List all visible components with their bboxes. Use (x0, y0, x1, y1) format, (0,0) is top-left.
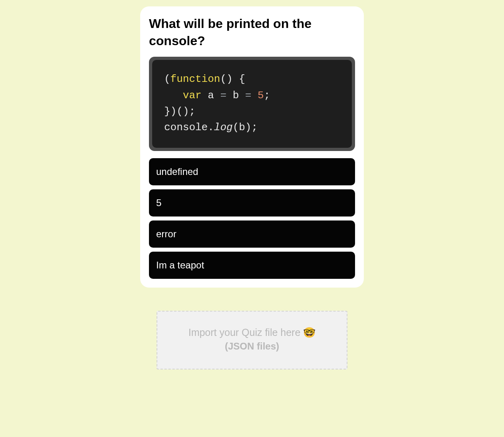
answer-option[interactable]: undefined (149, 158, 355, 185)
code-content: (function() { var a = b = 5; })(); conso… (152, 60, 352, 147)
question-text: What will be printed on the console? (149, 15, 355, 50)
answer-option[interactable]: 5 (149, 189, 355, 217)
quiz-card: What will be printed on the console? (fu… (140, 6, 364, 288)
dropzone-subtext: (JSON files) (165, 341, 339, 352)
answer-option[interactable]: error (149, 220, 355, 248)
answer-list: undefined 5 error Im a teapot (149, 158, 355, 279)
import-dropzone[interactable]: Import your Quiz file here 🤓 (JSON files… (157, 311, 347, 369)
dropzone-text: Import your Quiz file here 🤓 (165, 327, 339, 338)
code-block: (function() { var a = b = 5; })(); conso… (149, 57, 355, 151)
answer-option[interactable]: Im a teapot (149, 252, 355, 279)
